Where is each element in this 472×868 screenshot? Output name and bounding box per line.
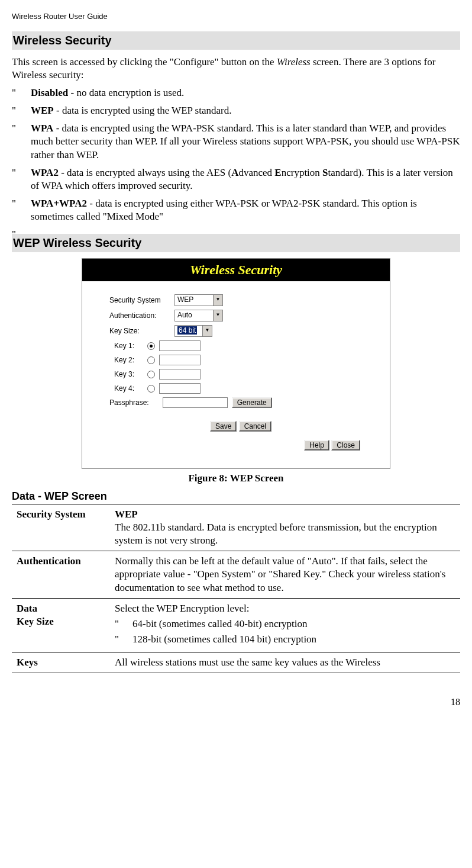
header: Wireless Router User Guide [12,12,460,21]
security-options-list: Disabled - no data encryption is used. W… [12,86,460,223]
aes-e: E [274,167,281,178]
wep-desc: The 802.11b standard. Data is encrypted … [115,522,437,546]
key4-radio[interactable] [147,385,155,393]
save-button[interactable]: Save [210,421,237,432]
chevron-down-icon: ▼ [202,326,212,336]
table-row: Data Key Size Select the WEP Encryption … [12,598,460,652]
aes-s: S [322,167,328,178]
key2-label: Key 2: [109,356,147,364]
key3-input[interactable] [159,369,201,380]
key3-radio[interactable] [147,371,155,378]
authentication-label: Authentication: [109,311,174,320]
help-button[interactable]: Help [304,440,329,451]
list-item: WPA+WPA2 - data is encrypted using eithe… [12,197,460,223]
key1-radio[interactable] [147,342,155,350]
bullet-bold: WPA+WPA2 [31,198,87,209]
security-system-select[interactable]: WEP▼ [174,294,223,306]
generate-button[interactable]: Generate [232,397,272,408]
section-wireless-security-heading: Wireless Security [12,31,460,50]
authentication-value: Auto [177,311,192,319]
aes-a2: dvanced [238,167,274,178]
bullet-bold: WPA [31,123,53,134]
passphrase-label: Passphrase: [109,398,163,407]
keysize-value: 64 bit [177,326,197,335]
cell-auth-desc: Normally this can be left at the default… [110,551,460,598]
list-item: WPA - data is encrypted using the WPA-PS… [12,122,460,161]
keysize-select[interactable]: 64 bit▼ [174,325,212,337]
bullet-text: - data is encrypted using either WPA-PSK… [31,198,417,222]
aes-e2: ncryption [282,167,322,178]
keysize-intro: Select the WEP Encryption level: [115,603,250,614]
security-system-value: WEP [177,295,193,304]
cell-security-system-desc: WEP The 802.11b standard. Data is encryp… [110,504,460,551]
chevron-down-icon: ▼ [213,310,222,321]
table-row: Security System WEP The 802.11b standard… [12,504,460,551]
cell-keysize-label: Data Key Size [12,598,110,652]
wep-bold: WEP [115,509,138,520]
table-row: Keys All wireless stations must use the … [12,652,460,673]
chevron-down-icon: ▼ [213,295,222,306]
cell-keys-label: Keys [12,652,110,673]
key3-label: Key 3: [109,370,147,378]
cancel-button[interactable]: Cancel [239,421,271,432]
bullet-text: - no data encryption is used. [68,87,184,98]
screenshot-title: Wireless Security [82,259,390,281]
bullet-bold: WEP [31,105,54,116]
bullet-bold: WPA2 [31,167,59,178]
list-item: WPA2 - data is encrypted always using th… [12,166,460,192]
section-wep-heading: WEP Wireless Security [12,234,460,252]
table-row: Authentication Normally this can be left… [12,551,460,598]
aes-a: A [231,167,238,178]
list-item: 64-bit (sometimes called 40-bit) encrypt… [115,618,455,631]
key2-input[interactable] [159,355,201,365]
key4-input[interactable] [159,383,201,394]
list-item: WEP - data is encrypted using the WEP st… [12,104,460,117]
close-button[interactable]: Close [331,440,360,451]
key4-label: Key 4: [109,384,147,393]
key2-radio[interactable] [147,356,155,364]
bullet-bold: Disabled [31,87,68,98]
list-item: 128-bit (sometimes called 104 bit) encry… [115,633,455,646]
cell-security-system-label: Security System [12,504,110,551]
keysize-label: Key Size: [109,327,174,335]
data-wep-heading: Data - WEP Screen [12,490,460,503]
passphrase-input[interactable] [163,397,228,408]
bullet-text: - data is encrypted using the WEP standa… [54,105,232,116]
list-item: Disabled - no data encryption is used. [12,86,460,99]
bullet-text-pre: - data is encrypted always using the AES… [59,167,231,178]
authentication-select[interactable]: Auto▼ [174,310,223,322]
intro-pre: This screen is accessed by clicking the … [12,56,277,67]
security-system-label: Security System [109,296,174,304]
key1-label: Key 1: [109,342,147,350]
data-label2: Key Size [17,616,54,627]
bullet-text: - data is encrypted using the WPA-PSK st… [31,123,460,160]
cell-auth-label: Authentication [12,551,110,598]
data-label1: Data [17,603,37,614]
intro-paragraph: This screen is accessed by clicking the … [12,56,460,82]
cell-keys-desc: All wireless stations must use the same … [110,652,460,673]
keysize-bullets: 64-bit (sometimes called 40-bit) encrypt… [115,618,455,646]
wep-screenshot: Wireless Security Security System WEP▼ A… [82,258,390,469]
figure-caption: Figure 8: WEP Screen [12,472,460,484]
wep-data-table: Security System WEP The 802.11b standard… [12,504,460,673]
page-number: 18 [12,697,460,708]
cell-keysize-desc: Select the WEP Encryption level: 64-bit … [110,598,460,652]
intro-italic: Wireless [277,56,311,67]
key1-input[interactable] [159,340,201,351]
